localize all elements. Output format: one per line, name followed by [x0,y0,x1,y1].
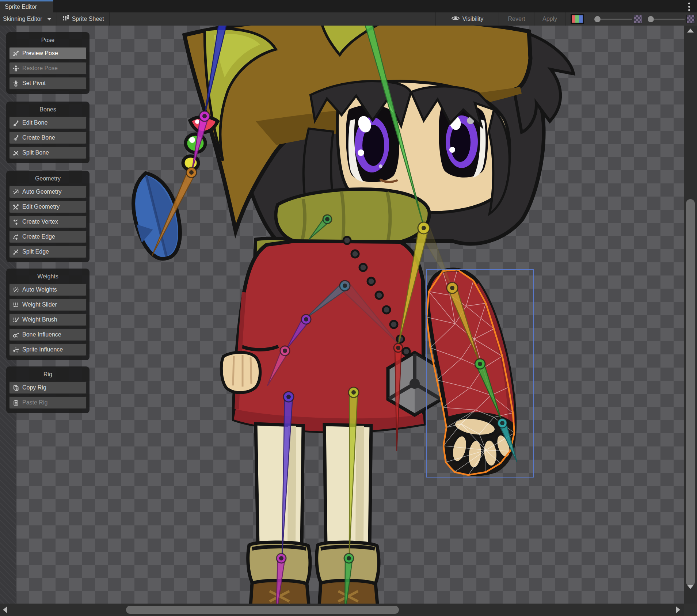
checker-chip-icon [686,15,695,23]
button-label: Bone Influence [22,331,61,338]
bone-influence-button[interactable]: Bone Influence [9,328,87,341]
left-arm-bone-1-joint-center [343,284,347,288]
split-edge-icon [12,248,19,255]
sprite-sheet-label: Sprite Sheet [72,16,104,22]
pelvis-bone-joint-center [396,346,400,350]
checker-chip-icon [634,15,642,23]
panel-title: Pose [9,36,87,45]
feather [125,168,188,263]
button-label: Split Edge [22,248,49,255]
create-edge-icon [12,233,19,240]
auto-geometry-button[interactable]: Auto Geometry [9,186,87,198]
edit-geometry-button[interactable]: Edit Geometry [9,201,87,213]
button-label: Copy Rig [22,384,46,391]
weight-slider-icon [12,301,19,308]
vertical-scrollbar-thumb[interactable] [686,199,695,586]
left-leg-bone-2-joint-center [279,556,283,560]
paste-rig-button[interactable]: Paste Rig [9,396,87,409]
vertical-scrollbar[interactable] [684,26,697,604]
brightness-slider-knob[interactable] [594,16,601,22]
right-arm-bone-3-joint-center [500,421,504,425]
preview-pose-button[interactable]: Preview Pose [9,47,87,60]
restore-pose-button[interactable]: Restore Pose [9,62,87,75]
character-sprite [0,26,697,616]
scroll-down-icon[interactable] [687,585,694,589]
panel-rig: RigCopy RigPaste Rig [6,366,89,413]
tab-title: Sprite Editor [5,4,37,10]
create-bone-icon [12,134,19,141]
rgb-swatch-icon [571,14,584,24]
copy-rig-button[interactable]: Copy Rig [9,381,87,394]
panel-title: Weights [9,272,87,281]
set-pivot-button[interactable]: Set Pivot [9,77,87,90]
visibility-button[interactable]: Visibility [435,12,499,26]
panel-geometry: GeometryAuto GeometryEdit GeometryCreate… [6,171,89,262]
sprite-color-swatch[interactable] [565,12,589,26]
horizontal-scrollbar-thumb[interactable] [126,606,399,614]
skinning-canvas[interactable] [0,26,697,616]
split-bone-icon [12,149,19,156]
right-leg-bone-1-joint-center [351,390,356,395]
weight-slider-button[interactable]: Weight Slider [9,299,87,311]
left-leg-bone-1-joint-center [286,395,291,399]
brightness-slider[interactable] [594,15,642,23]
right-leg-bone-2-joint-center [347,556,351,560]
create-edge-button[interactable]: Create Edge [9,231,87,243]
create-vertex-icon [12,218,19,225]
sprite-sheet-icon [62,15,69,23]
chevron-down-icon [47,18,52,20]
skinning-editor-dropdown[interactable]: Skinning Editor [0,12,57,26]
scroll-left-icon[interactable] [3,607,7,613]
apply-label: Apply [542,16,557,22]
panel-title: Bones [9,105,87,114]
button-label: Sprite Influence [22,346,63,353]
right-arm-bone-2-joint-center [478,362,482,366]
create-vertex-button[interactable]: Create Vertex [9,216,87,228]
alpha-slider-knob[interactable] [648,16,654,22]
hat-strap-bone-1-joint-center [202,114,207,118]
left-hand [221,352,260,392]
button-label: Restore Pose [22,65,58,72]
toolbar: Skinning Editor Sprite Sheet [0,12,697,26]
tab-sprite-editor[interactable]: Sprite Editor [0,0,53,12]
horizontal-scrollbar[interactable] [0,604,684,616]
alpha-slider[interactable] [648,15,695,23]
scroll-up-icon[interactable] [687,28,694,33]
button-label: Edit Geometry [22,204,60,210]
visibility-label: Visibility [462,16,484,22]
panel-bones: BonesEdit BoneCreate BoneSplit Bone [6,102,89,163]
auto-weights-icon [12,286,19,293]
weight-brush-button[interactable]: Weight Brush [9,313,87,326]
button-label: Split Bone [22,149,49,156]
panel-title: Rig [9,370,87,379]
apply-button[interactable]: Apply [534,12,565,26]
panel-weights: WeightsAuto WeightsWeight SliderWeight B… [6,269,89,360]
button-label: Weight Slider [22,301,57,308]
left-arm-bone-2-joint-center [304,317,308,322]
sprite-sheet-button[interactable]: Sprite Sheet [57,12,110,26]
auto-weights-button[interactable]: Auto Weights [9,284,87,296]
create-bone-button[interactable]: Create Bone [9,132,87,144]
button-label: Create Edge [22,233,55,240]
sprite-influence-button[interactable]: Sprite Influence [9,343,87,356]
button-label: Auto Weights [22,286,57,293]
paste-rig-icon [12,399,19,406]
revert-button[interactable]: Revert [499,12,534,26]
scroll-right-icon[interactable] [676,607,680,613]
pose-preview-icon [12,50,19,57]
spine-bone-joint-center [422,226,426,230]
edit-bone-icon [12,119,19,126]
split-edge-button[interactable]: Split Edge [9,246,87,258]
sprite-editor-window: Sprite Editor Skinning Editor [0,0,697,616]
eye-icon [451,15,460,23]
window-menu-kebab-icon[interactable] [685,1,693,12]
pose-restore-icon [12,65,19,72]
edit-bone-button[interactable]: Edit Bone [9,117,87,129]
sprite-influence-icon [12,346,19,353]
tab-bar: Sprite Editor [0,0,697,12]
button-label: Create Vertex [22,218,58,225]
split-bone-button[interactable]: Split Bone [9,147,87,159]
right-arm-bone-1-joint-center [450,286,454,290]
panel-pose: PosePreview PoseRestore PoseSet Pivot [6,32,89,94]
right-arm-sprite[interactable] [427,269,516,476]
